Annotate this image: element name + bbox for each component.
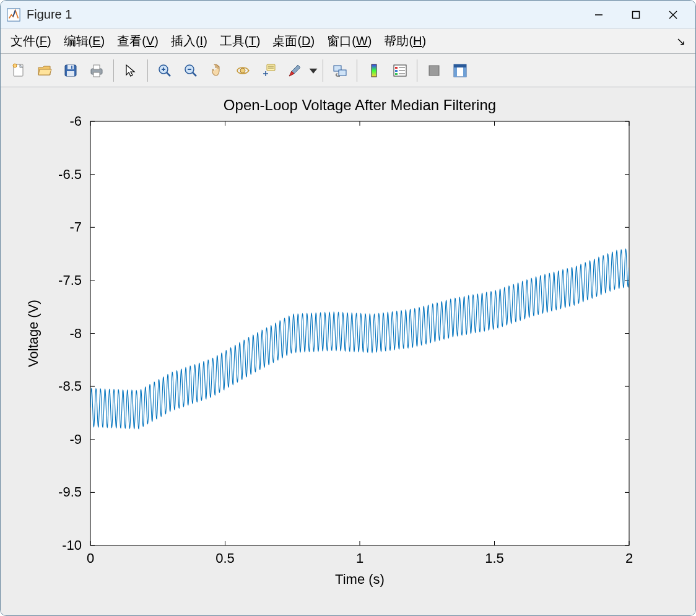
svg-rect-10 — [67, 71, 74, 76]
svg-rect-2 — [633, 11, 640, 18]
ytick-label: -6 — [69, 113, 82, 129]
svg-rect-13 — [94, 65, 100, 69]
menu-help[interactable]: 帮助(H) — [378, 30, 432, 52]
minimize-button[interactable] — [580, 2, 617, 27]
xlabel: Time (s) — [335, 571, 385, 587]
svg-rect-32 — [339, 70, 346, 76]
dock-arrow-icon[interactable]: ↘ — [676, 35, 692, 48]
svg-rect-45 — [463, 67, 466, 77]
link-plot-button[interactable] — [327, 58, 353, 83]
menubar: 文件(F) 编辑(E) 查看(V) 插入(I) 工具(T) 桌面(D) 窗口(W… — [1, 29, 695, 54]
svg-rect-14 — [94, 72, 100, 77]
brush-dropdown[interactable] — [308, 58, 319, 83]
toolbar — [1, 54, 695, 87]
svg-line-20 — [193, 72, 196, 76]
ytick-label: -10 — [62, 537, 82, 553]
menu-tools[interactable]: 工具(T) — [214, 30, 267, 52]
svg-marker-24 — [248, 69, 250, 72]
menu-insert[interactable]: 插入(I) — [165, 30, 214, 52]
svg-line-16 — [167, 72, 170, 76]
window-title: Figure 1 — [27, 7, 580, 22]
svg-rect-43 — [454, 64, 466, 67]
axes[interactable]: 00.511.52-10-9.5-9-8.5-8-7.5-7-6.5-6Open… — [1, 87, 695, 615]
ylabel: Voltage (V) — [25, 300, 41, 367]
print-button[interactable] — [84, 58, 110, 83]
close-button[interactable] — [655, 2, 692, 27]
open-button[interactable] — [32, 58, 58, 83]
xtick-label: 1 — [356, 550, 363, 566]
svg-rect-41 — [429, 66, 439, 76]
edit-plot-button[interactable] — [118, 58, 144, 83]
svg-rect-9 — [67, 65, 74, 69]
ytick-label: -8.5 — [58, 378, 82, 394]
svg-rect-11 — [71, 66, 72, 69]
matlab-icon — [7, 8, 20, 22]
chart-title: Open-Loop Voltage After Median Filtering — [224, 97, 496, 113]
svg-point-23 — [240, 68, 245, 73]
zoom-in-button[interactable] — [152, 58, 178, 83]
ytick-label: -6.5 — [58, 167, 82, 182]
xtick-label: 1.5 — [485, 550, 504, 566]
ytick-label: -7 — [69, 219, 82, 235]
new-figure-button[interactable] — [6, 58, 32, 83]
data-cursor-button[interactable] — [256, 58, 282, 83]
menu-desktop[interactable]: 桌面(D) — [266, 30, 321, 52]
ytick-label: -9.5 — [58, 484, 82, 500]
show-plot-tools-button[interactable] — [447, 58, 473, 83]
insert-legend-button[interactable] — [387, 58, 413, 83]
svg-rect-33 — [372, 64, 376, 77]
save-button[interactable] — [58, 58, 84, 83]
svg-marker-30 — [310, 68, 318, 73]
svg-rect-44 — [454, 67, 457, 77]
svg-rect-25 — [267, 64, 275, 71]
svg-rect-37 — [395, 73, 398, 75]
axes-container[interactable]: 00.511.52-10-9.5-9-8.5-8-7.5-7-6.5-6Open… — [1, 87, 695, 615]
menu-view[interactable]: 查看(V) — [111, 30, 165, 52]
menu-window[interactable]: 窗口(W) — [321, 30, 378, 52]
ytick-label: -8 — [69, 326, 82, 341]
xtick-label: 0 — [87, 550, 94, 566]
insert-colorbar-button[interactable] — [361, 58, 387, 83]
brush-button[interactable] — [282, 58, 308, 83]
ytick-label: -9 — [69, 432, 82, 447]
xtick-label: 2 — [625, 550, 633, 566]
menu-edit[interactable]: 编辑(E) — [58, 30, 111, 52]
svg-rect-35 — [395, 67, 398, 69]
maximize-button[interactable] — [617, 2, 655, 27]
pan-button[interactable] — [204, 58, 230, 83]
ytick-label: -7.5 — [58, 272, 82, 288]
svg-point-7 — [13, 64, 17, 67]
hide-plot-tools-button[interactable] — [421, 58, 447, 83]
rotate-3d-button[interactable] — [230, 58, 256, 83]
zoom-out-button[interactable] — [178, 58, 204, 83]
menu-file[interactable]: 文件(F) — [4, 30, 58, 52]
titlebar[interactable]: Figure 1 — [1, 1, 695, 29]
figure-window: Figure 1 文件(F) 编辑(E) 查看(V) 插入(I) 工具(T) 桌… — [0, 0, 696, 616]
svg-rect-36 — [395, 70, 398, 72]
xtick-label: 0.5 — [215, 550, 235, 566]
